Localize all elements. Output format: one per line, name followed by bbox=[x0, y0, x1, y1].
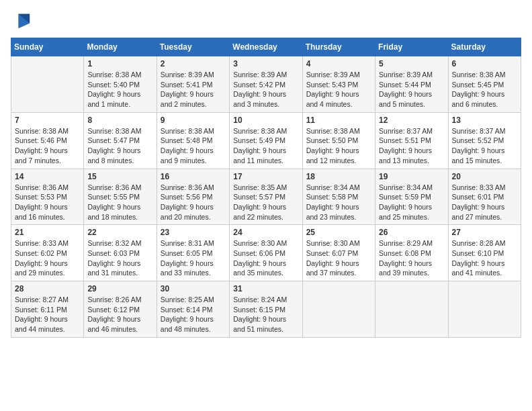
day-info: Sunrise: 8:30 AMSunset: 6:06 PMDaylight:… bbox=[233, 238, 298, 278]
weekday-header-row: SundayMondayTuesdayWednesdayThursdayFrid… bbox=[11, 38, 521, 56]
day-number: 19 bbox=[379, 172, 444, 181]
day-info: Sunrise: 8:38 AMSunset: 5:46 PMDaylight:… bbox=[15, 126, 80, 166]
day-info: Sunrise: 8:25 AMSunset: 6:14 PMDaylight:… bbox=[161, 295, 226, 334]
calendar-week-row: 21Sunrise: 8:33 AMSunset: 6:02 PMDayligh… bbox=[11, 225, 521, 281]
logo-icon bbox=[12, 11, 31, 30]
day-info: Sunrise: 8:32 AMSunset: 6:03 PMDaylight:… bbox=[87, 238, 152, 278]
day-number: 24 bbox=[233, 228, 298, 237]
day-number: 14 bbox=[15, 172, 80, 181]
calendar-cell: 13Sunrise: 8:37 AMSunset: 5:52 PMDayligh… bbox=[448, 112, 521, 169]
day-number: 26 bbox=[379, 228, 444, 237]
calendar-cell: 31Sunrise: 8:24 AMSunset: 6:15 PMDayligh… bbox=[230, 281, 302, 338]
day-info: Sunrise: 8:26 AMSunset: 6:12 PMDaylight:… bbox=[87, 295, 152, 334]
day-info: Sunrise: 8:36 AMSunset: 5:56 PMDaylight:… bbox=[161, 183, 226, 222]
day-number: 1 bbox=[87, 59, 152, 68]
calendar-cell: 19Sunrise: 8:34 AMSunset: 5:59 PMDayligh… bbox=[375, 169, 448, 225]
logo bbox=[11, 11, 31, 30]
day-number: 16 bbox=[161, 172, 226, 181]
day-info: Sunrise: 8:29 AMSunset: 6:08 PMDaylight:… bbox=[379, 238, 444, 278]
calendar-cell: 23Sunrise: 8:31 AMSunset: 6:05 PMDayligh… bbox=[157, 225, 229, 281]
day-info: Sunrise: 8:38 AMSunset: 5:50 PMDaylight:… bbox=[306, 126, 371, 166]
day-info: Sunrise: 8:34 AMSunset: 5:58 PMDaylight:… bbox=[306, 183, 371, 222]
weekday-header-thursday: Thursday bbox=[302, 38, 375, 56]
day-number: 18 bbox=[306, 172, 371, 181]
day-info: Sunrise: 8:35 AMSunset: 5:57 PMDaylight:… bbox=[233, 183, 298, 222]
day-info: Sunrise: 8:34 AMSunset: 5:59 PMDaylight:… bbox=[379, 183, 444, 222]
day-number: 17 bbox=[233, 172, 298, 181]
weekday-header-monday: Monday bbox=[84, 38, 157, 56]
day-number: 3 bbox=[233, 59, 298, 68]
calendar-cell bbox=[375, 281, 448, 338]
day-info: Sunrise: 8:39 AMSunset: 5:42 PMDaylight:… bbox=[233, 70, 298, 109]
calendar-week-row: 7Sunrise: 8:38 AMSunset: 5:46 PMDaylight… bbox=[11, 112, 521, 169]
calendar-cell: 17Sunrise: 8:35 AMSunset: 5:57 PMDayligh… bbox=[230, 169, 302, 225]
day-number: 7 bbox=[15, 116, 80, 125]
day-number: 20 bbox=[452, 172, 517, 181]
calendar-week-row: 1Sunrise: 8:38 AMSunset: 5:40 PMDaylight… bbox=[11, 56, 521, 113]
day-info: Sunrise: 8:28 AMSunset: 6:10 PMDaylight:… bbox=[452, 238, 517, 278]
day-info: Sunrise: 8:24 AMSunset: 6:15 PMDaylight:… bbox=[233, 295, 298, 334]
calendar-cell: 18Sunrise: 8:34 AMSunset: 5:58 PMDayligh… bbox=[302, 169, 375, 225]
calendar-cell: 25Sunrise: 8:30 AMSunset: 6:07 PMDayligh… bbox=[302, 225, 375, 281]
day-info: Sunrise: 8:39 AMSunset: 5:41 PMDaylight:… bbox=[161, 70, 226, 109]
calendar-cell: 1Sunrise: 8:38 AMSunset: 5:40 PMDaylight… bbox=[84, 56, 157, 113]
day-info: Sunrise: 8:33 AMSunset: 6:02 PMDaylight:… bbox=[15, 238, 80, 278]
calendar-cell bbox=[11, 56, 84, 113]
calendar-cell bbox=[448, 281, 521, 338]
day-number: 10 bbox=[233, 116, 298, 125]
day-number: 31 bbox=[233, 284, 298, 293]
calendar-cell: 11Sunrise: 8:38 AMSunset: 5:50 PMDayligh… bbox=[302, 112, 375, 169]
day-number: 25 bbox=[306, 228, 371, 237]
calendar-cell: 16Sunrise: 8:36 AMSunset: 5:56 PMDayligh… bbox=[157, 169, 229, 225]
day-info: Sunrise: 8:27 AMSunset: 6:11 PMDaylight:… bbox=[15, 295, 80, 334]
weekday-header-wednesday: Wednesday bbox=[230, 38, 302, 56]
day-info: Sunrise: 8:38 AMSunset: 5:40 PMDaylight:… bbox=[87, 70, 152, 109]
calendar-cell: 6Sunrise: 8:38 AMSunset: 5:45 PMDaylight… bbox=[448, 56, 521, 113]
calendar-cell: 4Sunrise: 8:39 AMSunset: 5:43 PMDaylight… bbox=[302, 56, 375, 113]
calendar-cell: 12Sunrise: 8:37 AMSunset: 5:51 PMDayligh… bbox=[375, 112, 448, 169]
weekday-header-friday: Friday bbox=[375, 38, 448, 56]
day-info: Sunrise: 8:37 AMSunset: 5:52 PMDaylight:… bbox=[452, 126, 517, 166]
calendar-cell: 21Sunrise: 8:33 AMSunset: 6:02 PMDayligh… bbox=[11, 225, 84, 281]
calendar-cell: 14Sunrise: 8:36 AMSunset: 5:53 PMDayligh… bbox=[11, 169, 84, 225]
header bbox=[11, 11, 521, 30]
day-number: 23 bbox=[161, 228, 226, 237]
calendar-cell bbox=[302, 281, 375, 338]
day-number: 9 bbox=[161, 116, 226, 125]
day-info: Sunrise: 8:37 AMSunset: 5:51 PMDaylight:… bbox=[379, 126, 444, 166]
calendar-cell: 7Sunrise: 8:38 AMSunset: 5:46 PMDaylight… bbox=[11, 112, 84, 169]
calendar-cell: 20Sunrise: 8:33 AMSunset: 6:01 PMDayligh… bbox=[448, 169, 521, 225]
day-info: Sunrise: 8:36 AMSunset: 5:55 PMDaylight:… bbox=[87, 183, 152, 222]
weekday-header-sunday: Sunday bbox=[11, 38, 84, 56]
calendar-cell: 29Sunrise: 8:26 AMSunset: 6:12 PMDayligh… bbox=[84, 281, 157, 338]
calendar-cell: 15Sunrise: 8:36 AMSunset: 5:55 PMDayligh… bbox=[84, 169, 157, 225]
day-info: Sunrise: 8:30 AMSunset: 6:07 PMDaylight:… bbox=[306, 238, 371, 278]
weekday-header-saturday: Saturday bbox=[448, 38, 521, 56]
day-info: Sunrise: 8:38 AMSunset: 5:47 PMDaylight:… bbox=[87, 126, 152, 166]
calendar-table: SundayMondayTuesdayWednesdayThursdayFrid… bbox=[11, 38, 521, 338]
day-info: Sunrise: 8:39 AMSunset: 5:43 PMDaylight:… bbox=[306, 70, 371, 109]
day-info: Sunrise: 8:39 AMSunset: 5:44 PMDaylight:… bbox=[379, 70, 444, 109]
day-number: 21 bbox=[15, 228, 80, 237]
calendar-cell: 2Sunrise: 8:39 AMSunset: 5:41 PMDaylight… bbox=[157, 56, 229, 113]
day-info: Sunrise: 8:38 AMSunset: 5:49 PMDaylight:… bbox=[233, 126, 298, 166]
calendar-cell: 24Sunrise: 8:30 AMSunset: 6:06 PMDayligh… bbox=[230, 225, 302, 281]
weekday-header-tuesday: Tuesday bbox=[157, 38, 229, 56]
calendar-cell: 26Sunrise: 8:29 AMSunset: 6:08 PMDayligh… bbox=[375, 225, 448, 281]
calendar-cell: 5Sunrise: 8:39 AMSunset: 5:44 PMDaylight… bbox=[375, 56, 448, 113]
calendar-cell: 30Sunrise: 8:25 AMSunset: 6:14 PMDayligh… bbox=[157, 281, 229, 338]
day-number: 29 bbox=[87, 284, 152, 293]
calendar-week-row: 14Sunrise: 8:36 AMSunset: 5:53 PMDayligh… bbox=[11, 169, 521, 225]
calendar-cell: 8Sunrise: 8:38 AMSunset: 5:47 PMDaylight… bbox=[84, 112, 157, 169]
day-info: Sunrise: 8:38 AMSunset: 5:48 PMDaylight:… bbox=[161, 126, 226, 166]
day-number: 8 bbox=[87, 116, 152, 125]
calendar-cell: 9Sunrise: 8:38 AMSunset: 5:48 PMDaylight… bbox=[157, 112, 229, 169]
calendar-cell: 27Sunrise: 8:28 AMSunset: 6:10 PMDayligh… bbox=[448, 225, 521, 281]
day-number: 30 bbox=[161, 284, 226, 293]
day-info: Sunrise: 8:38 AMSunset: 5:45 PMDaylight:… bbox=[452, 70, 517, 109]
day-info: Sunrise: 8:31 AMSunset: 6:05 PMDaylight:… bbox=[161, 238, 226, 278]
day-number: 11 bbox=[306, 116, 371, 125]
day-number: 4 bbox=[306, 59, 371, 68]
day-number: 28 bbox=[15, 284, 80, 293]
calendar-cell: 22Sunrise: 8:32 AMSunset: 6:03 PMDayligh… bbox=[84, 225, 157, 281]
